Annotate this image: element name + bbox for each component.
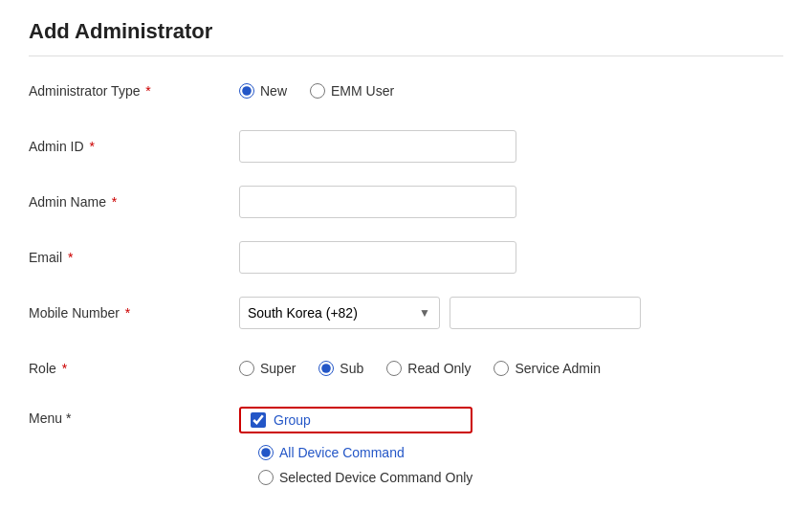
radio-emm-label[interactable]: EMM User: [331, 83, 394, 99]
mobile-number-input[interactable]: [450, 297, 641, 329]
role-sub[interactable]: Sub: [318, 361, 363, 376]
all-device-command[interactable]: All Device Command: [258, 445, 472, 460]
country-select[interactable]: South Korea (+82) United States (+1): [239, 297, 440, 329]
admin-id-row: Admin ID *: [29, 129, 783, 164]
group-label[interactable]: Group: [274, 412, 311, 428]
role-service-admin-label[interactable]: Service Admin: [515, 361, 600, 376]
administrator-type-row: Administrator Type * New EMM User: [29, 74, 783, 108]
role-service-admin[interactable]: Service Admin: [494, 361, 600, 376]
role-row: Role * Super Sub Read Only Service Admin: [29, 351, 783, 386]
admin-name-input[interactable]: [239, 186, 516, 218]
menu-options: Group All Device Command Selected Device…: [239, 407, 472, 485]
role-service-admin-input[interactable]: [494, 361, 509, 376]
radio-new-label[interactable]: New: [260, 83, 287, 99]
role-label: Role *: [29, 361, 239, 376]
all-device-command-label[interactable]: All Device Command: [279, 445, 405, 460]
mobile-number-row: Mobile Number * South Korea (+82) United…: [29, 296, 783, 330]
role-sub-input[interactable]: [318, 361, 334, 376]
admin-id-input[interactable]: [239, 130, 516, 163]
selected-device-command-label[interactable]: Selected Device Command Only: [279, 470, 472, 485]
add-administrator-page: Add Administrator Administrator Type * N…: [0, 0, 812, 532]
radio-emm-user[interactable]: EMM User: [310, 83, 394, 99]
role-read-only-input[interactable]: [386, 361, 402, 376]
admin-name-label: Admin Name *: [29, 194, 239, 210]
page-title: Add Administrator: [29, 19, 783, 56]
admin-id-label: Admin ID *: [29, 139, 239, 154]
role-read-only[interactable]: Read Only: [386, 361, 471, 376]
radio-new[interactable]: New: [239, 83, 287, 99]
role-super-input[interactable]: [239, 361, 254, 376]
radio-emm-input[interactable]: [310, 83, 325, 99]
menu-row: Menu * Group All Device Command Selected…: [29, 407, 783, 485]
selected-device-command-input[interactable]: [258, 470, 274, 485]
role-options: Super Sub Read Only Service Admin: [239, 361, 601, 376]
role-super-label[interactable]: Super: [260, 361, 296, 376]
role-super[interactable]: Super: [239, 361, 296, 376]
administrator-type-label: Administrator Type *: [29, 83, 239, 99]
mobile-number-label: Mobile Number *: [29, 305, 239, 321]
role-read-only-label[interactable]: Read Only: [407, 361, 471, 376]
email-label: Email *: [29, 250, 239, 265]
selected-device-command[interactable]: Selected Device Command Only: [258, 470, 472, 485]
mobile-inputs-group: South Korea (+82) United States (+1) ▼: [239, 297, 641, 329]
email-input[interactable]: [239, 241, 516, 274]
menu-sub-options: All Device Command Selected Device Comma…: [258, 445, 472, 485]
admin-name-row: Admin Name *: [29, 185, 783, 219]
all-device-command-input[interactable]: [258, 445, 274, 460]
country-select-wrapper: South Korea (+82) United States (+1) ▼: [239, 297, 440, 329]
menu-label: Menu *: [29, 407, 239, 426]
radio-new-input[interactable]: [239, 83, 254, 99]
administrator-type-options: New EMM User: [239, 83, 394, 99]
email-row: Email *: [29, 240, 783, 275]
role-sub-label[interactable]: Sub: [340, 361, 363, 376]
group-checkbox[interactable]: [251, 412, 266, 428]
group-checkbox-wrapper[interactable]: Group: [239, 407, 472, 433]
